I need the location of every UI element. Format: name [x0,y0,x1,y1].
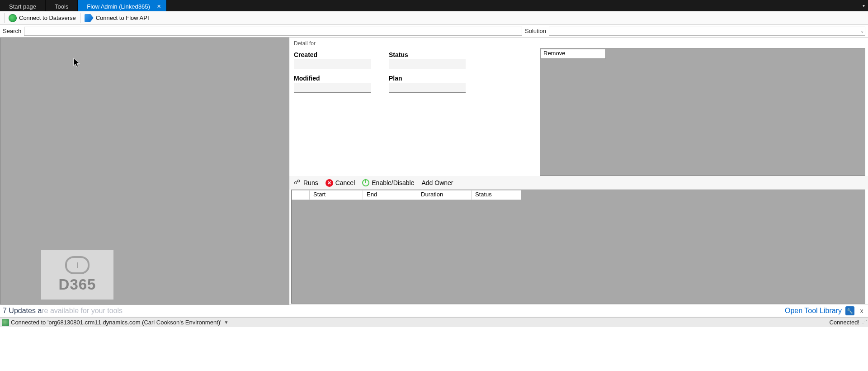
runs-col-duration[interactable]: Duration [417,190,472,200]
tab-label: Tools [55,3,68,10]
tab-overflow-icon[interactable]: ▾ [859,0,868,11]
runs-table[interactable]: Start End Duration Status [291,190,865,304]
runs-button[interactable]: Runs [294,179,318,186]
tab-bar: Start page Tools Flow Admin (Linked365) … [0,0,868,11]
button-label: Connect to Flow API [96,14,149,21]
updates-text: 7 Updates are available for your tools [3,307,123,315]
runs-col-start[interactable]: Start [310,190,363,200]
flow-api-icon [85,14,94,22]
search-row: Search Solution ⌄ [0,25,868,38]
modified-label: Modified [294,75,371,82]
connected-status: Connected! [830,319,860,326]
solution-label: Solution [525,28,546,34]
runs-col-status[interactable]: Status [472,190,521,200]
connection-dropdown-icon[interactable]: ▼ [224,320,229,325]
status-bar: Connected to 'org68130801.crm11.dynamics… [0,317,868,327]
chevron-down-icon: ⌄ [860,29,864,33]
runs-table-header: Start End Duration Status [292,190,521,200]
search-label: Search [3,28,21,34]
modified-field[interactable] [294,83,371,93]
connect-dataverse-button[interactable]: Connect to Dataverse [6,13,79,23]
updates-close-button[interactable]: x [858,307,865,314]
watermark-text: D365 [59,276,96,293]
remove-column-header[interactable]: Remove [540,49,606,59]
owners-panel[interactable]: Remove [540,48,865,176]
created-field[interactable] [294,59,371,69]
tool-library-icon[interactable]: 🔧 [845,306,854,315]
main-area: D365 Detail for Created Modified [0,38,868,304]
flow-list-panel[interactable]: D365 [0,38,289,304]
button-label: Enable/Disable [372,179,414,186]
tab-close-icon[interactable]: ✕ [156,3,163,10]
enable-disable-button[interactable]: Enable/Disable [362,179,414,186]
tab-label: Start page [9,3,36,10]
action-bar: Runs ✕ Cancel Enable/Disable Add Owner [289,176,868,190]
toolbar: Connect to Dataverse Connect to Flow API [0,11,868,25]
cancel-button[interactable]: ✕ Cancel [326,179,355,187]
cancel-icon: ✕ [326,179,333,187]
dataverse-icon [9,14,17,22]
add-owner-button[interactable]: Add Owner [421,179,453,186]
button-label: Cancel [335,179,355,186]
tab-flow-admin[interactable]: Flow Admin (Linked365) ✕ [78,0,166,11]
runs-col-end[interactable]: End [363,190,417,200]
connection-icon [2,319,9,326]
tab-tools[interactable]: Tools [46,0,78,11]
detail-fields: Created Modified Status [292,48,536,176]
status-field[interactable] [389,59,466,69]
button-label: Add Owner [421,179,453,186]
runs-col-blank[interactable] [292,190,310,200]
plan-label: Plan [389,75,466,82]
plan-field[interactable] [389,83,466,93]
updates-bar: 7 Updates are available for your tools O… [0,304,868,317]
button-label: Runs [303,179,318,186]
power-icon [362,179,369,186]
created-label: Created [294,51,371,58]
solution-dropdown[interactable]: ⌄ [549,27,865,36]
resize-grip-icon[interactable]: ⋰ [862,319,866,325]
search-input[interactable] [24,27,522,36]
watermark: D365 [41,250,113,300]
button-label: Connect to Dataverse [19,14,76,21]
detail-groupbox-title: Detail for [294,40,865,47]
connection-text[interactable]: Connected to 'org68130801.crm11.dynamics… [11,319,222,326]
tab-start-page[interactable]: Start page [0,0,46,11]
tab-label: Flow Admin (Linked365) [87,3,150,10]
detail-panel: Detail for Created Modified [289,38,868,304]
status-label: Status [389,51,466,58]
open-tool-library-link[interactable]: Open Tool Library [785,307,842,315]
connect-flow-api-button[interactable]: Connect to Flow API [82,13,152,23]
watermark-icon [65,256,90,274]
runs-icon [294,179,301,186]
